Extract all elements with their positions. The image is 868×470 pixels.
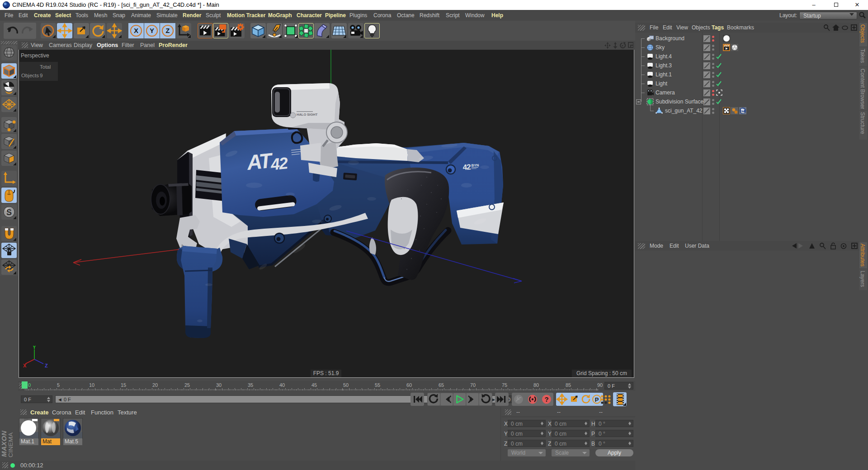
svg-text:42: 42 [269,154,289,174]
svg-text:S: S [6,208,12,217]
svg-text:X: X [134,27,138,34]
svg-text:BYN: BYN [471,163,479,168]
svg-text:42: 42 [462,163,471,172]
svg-text:P: P [595,396,599,403]
svg-text:Y: Y [150,27,154,34]
svg-text:HALO SIGHT: HALO SIGHT [297,113,318,117]
svg-text:?: ? [544,395,548,403]
svg-text:Z: Z [166,27,170,34]
